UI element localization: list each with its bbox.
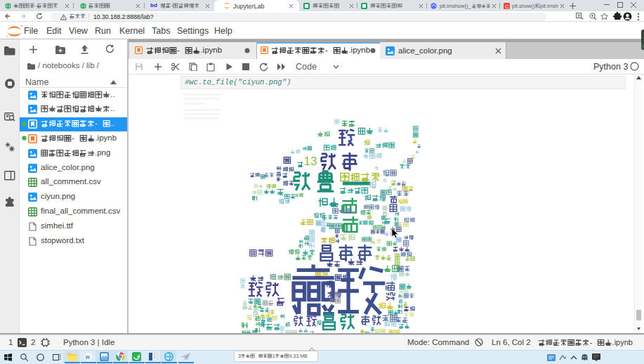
svg-text:3: 3 bbox=[310, 155, 317, 168]
svg-text:.ipynb: .ipynb bbox=[612, 337, 633, 346]
svg-text:3: 3 bbox=[238, 353, 241, 358]
svg-text:1: 1 bbox=[272, 353, 275, 358]
svg-text:w: w bbox=[84, 353, 90, 360]
svg-text:-: - bbox=[590, 337, 593, 346]
svg-text:9.33 MB: 9.33 MB bbox=[289, 353, 308, 358]
svg-text:1: 1 bbox=[304, 155, 310, 168]
